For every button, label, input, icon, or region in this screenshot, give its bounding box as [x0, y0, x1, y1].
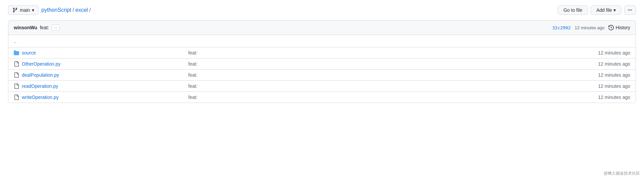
file-time: 12 minutes ago — [577, 61, 630, 67]
file-time: 12 minutes ago — [577, 72, 630, 78]
file-name-link[interactable]: source — [22, 50, 36, 56]
go-to-file-label: Go to file — [563, 7, 582, 13]
commit-ellipsis-button[interactable]: ··· — [52, 25, 60, 31]
go-to-file-button[interactable]: Go to file — [558, 5, 588, 15]
breadcrumb: pythonScript / excel / — [41, 7, 91, 13]
file-commit-message: feat: — [183, 72, 577, 78]
toolbar-right: Go to file Add file ▾ ··· — [558, 5, 636, 15]
branch-dropdown-icon: ▾ — [32, 7, 34, 13]
parent-dir-link[interactable]: .. — [14, 38, 16, 44]
commit-message: feat: — [40, 25, 49, 30]
branch-icon — [12, 7, 18, 13]
more-options-label: ··· — [628, 7, 632, 13]
file-time: 12 minutes ago — [577, 95, 630, 100]
more-options-button[interactable]: ··· — [624, 5, 636, 15]
file-name: writeOperation.py — [22, 95, 183, 100]
file-icon — [14, 95, 19, 100]
file-commit-message: feat: — [183, 61, 577, 67]
file-name-link[interactable]: OtherOperation.py — [22, 61, 60, 67]
history-icon — [608, 25, 614, 30]
commit-hash-link[interactable]: 32c2992 — [552, 25, 571, 30]
add-file-label: Add file — [596, 7, 612, 13]
file-icon — [14, 61, 19, 67]
commit-info-right: 32c2992 12 minutes ago History — [552, 25, 630, 30]
breadcrumb-pythonscript[interactable]: pythonScript — [41, 7, 71, 13]
breadcrumb-excel[interactable]: excel — [76, 7, 88, 13]
folder-icon — [14, 50, 19, 56]
file-time: 12 minutes ago — [577, 83, 630, 89]
file-name-link[interactable]: dealPopulation.py — [22, 72, 59, 78]
toolbar: main ▾ pythonScript / excel / Go to file… — [8, 5, 636, 15]
file-table: winsonWu feat: ··· 32c2992 12 minutes ag… — [8, 20, 636, 103]
file-rows-container: source feat: 12 minutes ago OtherOperati… — [8, 47, 636, 103]
file-name: readOperation.py — [22, 83, 183, 89]
breadcrumb-sep-1: / — [72, 7, 74, 13]
table-row: OtherOperation.py feat: 12 minutes ago — [8, 59, 636, 70]
branch-label: main — [20, 7, 30, 13]
file-name-link[interactable]: readOperation.py — [22, 83, 58, 89]
table-row: readOperation.py feat: 12 minutes ago — [8, 81, 636, 92]
file-name: dealPopulation.py — [22, 72, 183, 78]
commit-time: 12 minutes ago — [575, 25, 605, 30]
table-row: writeOperation.py feat: 12 minutes ago — [8, 92, 636, 103]
commit-header: winsonWu feat: ··· 32c2992 12 minutes ag… — [8, 21, 636, 35]
file-icon — [14, 83, 19, 89]
parent-dir-row: .. — [8, 35, 636, 47]
table-row: dealPopulation.py feat: 12 minutes ago — [8, 70, 636, 81]
toolbar-left: main ▾ pythonScript / excel / — [8, 5, 91, 15]
history-button[interactable]: History — [608, 25, 630, 30]
commit-info-left: winsonWu feat: ··· — [14, 25, 60, 31]
file-name: source — [22, 50, 183, 56]
file-icon — [14, 72, 19, 78]
table-row: source feat: 12 minutes ago — [8, 47, 636, 59]
commit-author: winsonWu — [14, 25, 37, 30]
file-commit-message: feat: — [183, 83, 577, 89]
file-name-link[interactable]: writeOperation.py — [22, 95, 59, 100]
file-commit-message: feat: — [183, 50, 577, 56]
breadcrumb-sep-2: / — [89, 7, 91, 13]
add-file-dropdown-icon: ▾ — [613, 7, 616, 13]
history-label: History — [615, 25, 630, 30]
file-commit-message: feat: — [183, 95, 577, 100]
file-time: 12 minutes ago — [577, 50, 630, 56]
branch-selector[interactable]: main ▾ — [8, 5, 39, 15]
file-name: OtherOperation.py — [22, 61, 183, 67]
add-file-button[interactable]: Add file ▾ — [591, 5, 622, 15]
